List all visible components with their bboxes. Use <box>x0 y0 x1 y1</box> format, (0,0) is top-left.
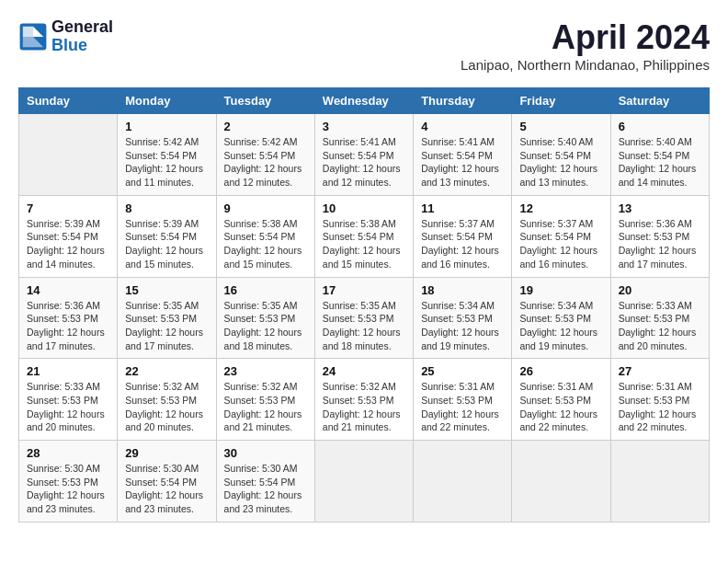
day-info: Sunrise: 5:32 AM Sunset: 5:53 PM Dayligh… <box>125 380 208 434</box>
calendar-table: SundayMondayTuesdayWednesdayThursdayFrid… <box>18 87 710 523</box>
calendar-cell: 9Sunrise: 5:38 AM Sunset: 5:54 PM Daylig… <box>216 195 314 277</box>
day-info: Sunrise: 5:37 AM Sunset: 5:54 PM Dayligh… <box>519 217 602 271</box>
weekday-header-row: SundayMondayTuesdayWednesdayThursdayFrid… <box>19 88 710 114</box>
day-number: 26 <box>519 364 602 378</box>
day-info: Sunrise: 5:31 AM Sunset: 5:53 PM Dayligh… <box>421 380 504 434</box>
day-info: Sunrise: 5:40 AM Sunset: 5:54 PM Dayligh… <box>619 135 701 190</box>
week-row-3: 14Sunrise: 5:36 AM Sunset: 5:53 PM Dayli… <box>19 277 710 359</box>
day-number: 4 <box>421 120 504 133</box>
calendar-cell <box>414 441 512 523</box>
day-info: Sunrise: 5:32 AM Sunset: 5:53 PM Dayligh… <box>323 380 405 434</box>
day-info: Sunrise: 5:36 AM Sunset: 5:53 PM Dayligh… <box>619 217 701 271</box>
day-number: 12 <box>519 201 602 215</box>
calendar-cell: 26Sunrise: 5:31 AM Sunset: 5:53 PM Dayli… <box>512 359 610 441</box>
day-number: 13 <box>619 201 701 215</box>
calendar-cell <box>314 441 413 523</box>
day-number: 5 <box>519 120 602 133</box>
day-info: Sunrise: 5:31 AM Sunset: 5:53 PM Dayligh… <box>519 380 602 434</box>
calendar-cell: 2Sunrise: 5:42 AM Sunset: 5:54 PM Daylig… <box>216 114 314 196</box>
calendar-cell: 11Sunrise: 5:37 AM Sunset: 5:54 PM Dayli… <box>414 195 512 277</box>
calendar-cell: 5Sunrise: 5:40 AM Sunset: 5:54 PM Daylig… <box>512 114 610 196</box>
day-info: Sunrise: 5:34 AM Sunset: 5:53 PM Dayligh… <box>421 299 504 353</box>
logo-text: General Blue <box>51 18 113 55</box>
day-number: 15 <box>125 283 208 297</box>
day-info: Sunrise: 5:38 AM Sunset: 5:54 PM Dayligh… <box>323 217 405 271</box>
day-number: 11 <box>421 201 504 215</box>
day-info: Sunrise: 5:39 AM Sunset: 5:54 PM Dayligh… <box>125 217 208 271</box>
calendar-cell <box>512 441 610 523</box>
calendar-cell: 25Sunrise: 5:31 AM Sunset: 5:53 PM Dayli… <box>414 359 512 441</box>
calendar-cell: 21Sunrise: 5:33 AM Sunset: 5:53 PM Dayli… <box>19 359 118 441</box>
calendar-cell: 15Sunrise: 5:35 AM Sunset: 5:53 PM Dayli… <box>118 277 216 359</box>
day-info: Sunrise: 5:37 AM Sunset: 5:54 PM Dayligh… <box>421 217 504 271</box>
day-number: 18 <box>421 283 504 297</box>
logo: General Blue <box>18 18 113 55</box>
calendar-cell: 18Sunrise: 5:34 AM Sunset: 5:53 PM Dayli… <box>414 277 512 359</box>
day-info: Sunrise: 5:30 AM Sunset: 5:54 PM Dayligh… <box>125 462 208 516</box>
svg-marker-3 <box>23 27 33 37</box>
calendar-cell <box>610 441 709 523</box>
calendar-cell: 7Sunrise: 5:39 AM Sunset: 5:54 PM Daylig… <box>19 195 118 277</box>
calendar-cell: 8Sunrise: 5:39 AM Sunset: 5:54 PM Daylig… <box>118 195 216 277</box>
day-info: Sunrise: 5:42 AM Sunset: 5:54 PM Dayligh… <box>224 135 307 190</box>
day-number: 6 <box>619 120 701 133</box>
day-info: Sunrise: 5:30 AM Sunset: 5:54 PM Dayligh… <box>224 462 307 516</box>
day-number: 8 <box>125 201 208 215</box>
day-info: Sunrise: 5:36 AM Sunset: 5:53 PM Dayligh… <box>27 299 109 353</box>
calendar-cell: 1Sunrise: 5:42 AM Sunset: 5:54 PM Daylig… <box>118 114 216 196</box>
logo-icon <box>18 22 48 52</box>
weekday-header-sunday: Sunday <box>19 88 118 114</box>
calendar-cell: 27Sunrise: 5:31 AM Sunset: 5:53 PM Dayli… <box>610 359 709 441</box>
day-number: 21 <box>27 364 109 378</box>
day-info: Sunrise: 5:30 AM Sunset: 5:53 PM Dayligh… <box>27 462 109 516</box>
day-info: Sunrise: 5:34 AM Sunset: 5:53 PM Dayligh… <box>519 299 602 353</box>
calendar-cell <box>19 114 118 196</box>
calendar-cell: 13Sunrise: 5:36 AM Sunset: 5:53 PM Dayli… <box>610 195 709 277</box>
title-block: April 2024 Lanipao, Northern Mindanao, P… <box>461 18 710 73</box>
day-number: 17 <box>323 283 405 297</box>
day-number: 20 <box>619 283 701 297</box>
day-info: Sunrise: 5:41 AM Sunset: 5:54 PM Dayligh… <box>421 135 504 190</box>
logo-line1: General <box>51 18 113 37</box>
weekday-header-tuesday: Tuesday <box>216 88 314 114</box>
day-number: 24 <box>323 364 405 378</box>
day-info: Sunrise: 5:39 AM Sunset: 5:54 PM Dayligh… <box>27 217 109 271</box>
page-header: General Blue April 2024 Lanipao, Norther… <box>18 18 710 73</box>
week-row-4: 21Sunrise: 5:33 AM Sunset: 5:53 PM Dayli… <box>19 359 710 441</box>
day-number: 2 <box>224 120 307 133</box>
day-number: 23 <box>224 364 307 378</box>
day-number: 10 <box>323 201 405 215</box>
month-title: April 2024 <box>461 18 710 57</box>
day-info: Sunrise: 5:33 AM Sunset: 5:53 PM Dayligh… <box>619 299 701 353</box>
day-info: Sunrise: 5:35 AM Sunset: 5:53 PM Dayligh… <box>323 299 405 353</box>
calendar-cell: 29Sunrise: 5:30 AM Sunset: 5:54 PM Dayli… <box>118 441 216 523</box>
weekday-header-monday: Monday <box>118 88 216 114</box>
day-number: 16 <box>224 283 307 297</box>
day-info: Sunrise: 5:40 AM Sunset: 5:54 PM Dayligh… <box>519 135 602 190</box>
calendar-cell: 6Sunrise: 5:40 AM Sunset: 5:54 PM Daylig… <box>610 114 709 196</box>
calendar-cell: 4Sunrise: 5:41 AM Sunset: 5:54 PM Daylig… <box>414 114 512 196</box>
day-number: 28 <box>27 446 109 460</box>
day-info: Sunrise: 5:42 AM Sunset: 5:54 PM Dayligh… <box>125 135 208 190</box>
week-row-5: 28Sunrise: 5:30 AM Sunset: 5:53 PM Dayli… <box>19 441 710 523</box>
weekday-header-saturday: Saturday <box>610 88 709 114</box>
calendar-cell: 30Sunrise: 5:30 AM Sunset: 5:54 PM Dayli… <box>216 441 314 523</box>
calendar-cell: 23Sunrise: 5:32 AM Sunset: 5:53 PM Dayli… <box>216 359 314 441</box>
calendar-cell: 10Sunrise: 5:38 AM Sunset: 5:54 PM Dayli… <box>314 195 413 277</box>
day-info: Sunrise: 5:32 AM Sunset: 5:53 PM Dayligh… <box>224 380 307 434</box>
weekday-header-thursday: Thursday <box>414 88 512 114</box>
week-row-1: 1Sunrise: 5:42 AM Sunset: 5:54 PM Daylig… <box>19 114 710 196</box>
day-number: 27 <box>619 364 701 378</box>
calendar-cell: 14Sunrise: 5:36 AM Sunset: 5:53 PM Dayli… <box>19 277 118 359</box>
logo-line2: Blue <box>51 37 113 55</box>
calendar-cell: 28Sunrise: 5:30 AM Sunset: 5:53 PM Dayli… <box>19 441 118 523</box>
location: Lanipao, Northern Mindanao, Philippines <box>461 57 710 73</box>
weekday-header-wednesday: Wednesday <box>314 88 413 114</box>
calendar-cell: 20Sunrise: 5:33 AM Sunset: 5:53 PM Dayli… <box>610 277 709 359</box>
day-number: 22 <box>125 364 208 378</box>
day-number: 7 <box>27 201 109 215</box>
week-row-2: 7Sunrise: 5:39 AM Sunset: 5:54 PM Daylig… <box>19 195 710 277</box>
day-info: Sunrise: 5:35 AM Sunset: 5:53 PM Dayligh… <box>125 299 208 353</box>
day-number: 3 <box>323 120 405 133</box>
day-number: 1 <box>125 120 208 133</box>
